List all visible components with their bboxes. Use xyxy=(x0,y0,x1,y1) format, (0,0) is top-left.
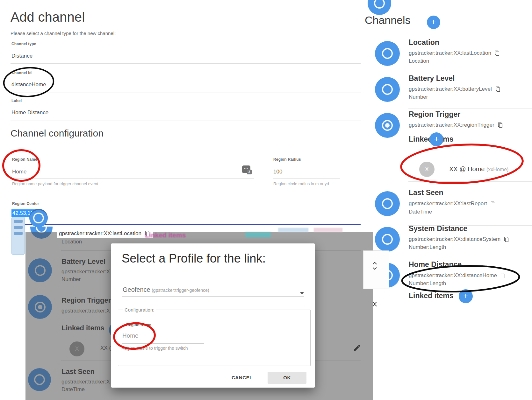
channel-title: Battery Level xyxy=(409,74,455,83)
region-name-label: Region Name xyxy=(12,157,37,162)
fieldset-legend: Configuration: xyxy=(123,307,156,312)
color-fragment xyxy=(245,232,271,237)
unfold-less-icon[interactable] xyxy=(373,301,376,307)
region-name-label: Region Name xyxy=(126,323,151,327)
channel-title: Home Distance xyxy=(409,260,462,269)
channel-uid-fragment: gpstracker:tracker:XX:lastLocation xyxy=(59,230,149,237)
copy-icon[interactable] xyxy=(501,273,505,278)
add-link-button[interactable]: + xyxy=(459,289,473,303)
channel-uid: gpstracker:tracker:XX:regionTrigger xyxy=(409,122,502,128)
channel-type-text: DateTime xyxy=(409,209,432,215)
copy-icon[interactable] xyxy=(491,201,495,206)
autofill-extension-icon[interactable]: ··· 3 xyxy=(242,165,252,174)
copy-icon[interactable] xyxy=(496,87,500,91)
dialog-title: Select a Profile for the link: xyxy=(122,252,266,265)
channels-heading: Channels xyxy=(365,14,411,26)
channels-panel: Channels + Location gpstracker:tracker:X… xyxy=(361,0,532,400)
dropdown-caret-icon[interactable] xyxy=(300,292,304,294)
last-seen-channel-icon xyxy=(375,191,400,216)
map-control-fragment xyxy=(11,217,25,255)
channel-type-text: Number xyxy=(409,94,428,100)
page-title: Add channel xyxy=(11,10,85,25)
location-channel-icon-fragment xyxy=(29,209,48,227)
divider xyxy=(11,63,362,64)
screenshot-fragment-box xyxy=(363,250,389,289)
cancel-button[interactable]: CANCEL xyxy=(223,372,261,384)
divider xyxy=(11,93,362,93)
add-link-button[interactable]: + xyxy=(429,132,443,146)
location-channel-icon xyxy=(375,41,400,66)
channel-title: Last Seen xyxy=(409,188,443,197)
intro-text: Please select a channel type for the new… xyxy=(11,31,116,36)
region-name-input[interactable]: Home xyxy=(122,332,139,339)
battery-channel-icon xyxy=(375,77,400,102)
divider xyxy=(273,178,340,179)
region-radius-label: Region Radius xyxy=(273,157,301,162)
channel-uid: gpstracker:tracker:XX:lastLocation xyxy=(409,50,499,56)
channel-type-text: Location xyxy=(409,58,429,64)
copy-icon[interactable] xyxy=(504,237,508,242)
divider xyxy=(11,121,362,121)
focused-underline xyxy=(11,224,362,225)
channel-uid: gpstracker:tracker:XX:lastReport xyxy=(409,200,495,207)
channel-id-input[interactable]: distanceHome xyxy=(11,81,46,88)
channel-title: Location xyxy=(409,38,439,47)
channel-type-text: Number:Length xyxy=(409,280,446,287)
unfold-more-icon[interactable] xyxy=(373,263,376,269)
autofill-badge: 3 xyxy=(247,170,252,174)
page: Add channel Please select a channel type… xyxy=(0,0,532,400)
profile-select[interactable]: Geofence (gpstracker:trigger-geofence) xyxy=(123,286,209,293)
partial-circle-icon xyxy=(368,0,391,15)
channel-id-label: Channel Id xyxy=(11,71,32,75)
item-avatar: X xyxy=(419,162,435,177)
channel-type-value[interactable]: Distance xyxy=(11,53,32,59)
color-fragment xyxy=(278,228,308,232)
profile-dialog: Select a Profile for the link: Geofence … xyxy=(111,243,315,388)
label-input[interactable]: Home Distance xyxy=(11,109,48,116)
configuration-fieldset: Configuration: Region Name Home Region n… xyxy=(118,307,311,366)
region-center-label: Region Center xyxy=(12,201,39,206)
copy-icon[interactable] xyxy=(498,123,502,127)
region-radius-input[interactable]: 100 xyxy=(273,169,282,175)
add-channel-button[interactable]: + xyxy=(427,16,440,29)
region-radius-helper: Region circle radius in m or yd xyxy=(273,181,329,186)
divider xyxy=(12,178,254,179)
region-name-helper: Region name to trigger the switch xyxy=(121,346,188,351)
channel-title: Region Trigger xyxy=(409,110,460,119)
channel-uid: gpstracker:tracker:XX:batteryLevel xyxy=(409,86,500,92)
copy-icon[interactable] xyxy=(495,51,499,55)
color-fragment xyxy=(314,228,342,232)
system-distance-channel-icon xyxy=(375,227,400,252)
ok-button[interactable]: OK xyxy=(268,372,306,384)
region-name-helper: Region name payload for trigger channel … xyxy=(12,181,98,186)
channel-title: System Distance xyxy=(409,224,467,233)
linked-item[interactable]: XX @ Home (xxHome) xyxy=(449,165,508,173)
channel-type-label: Channel type xyxy=(11,42,36,46)
channel-uid: gpstracker:tracker:XX:distanceHome xyxy=(409,272,505,279)
label-field-label: Label xyxy=(11,99,22,103)
channel-type-text: Number:Length xyxy=(409,244,446,250)
channel-config-title: Channel configuration xyxy=(11,128,104,139)
channel-uid: gpstracker:tracker:XX:distanceSystem xyxy=(409,236,508,242)
region-trigger-channel-icon xyxy=(375,113,400,138)
blurred-fragment: Linked items xyxy=(145,231,186,239)
region-name-input[interactable]: Home xyxy=(12,169,26,175)
linked-items-header: Linked items xyxy=(409,291,454,300)
